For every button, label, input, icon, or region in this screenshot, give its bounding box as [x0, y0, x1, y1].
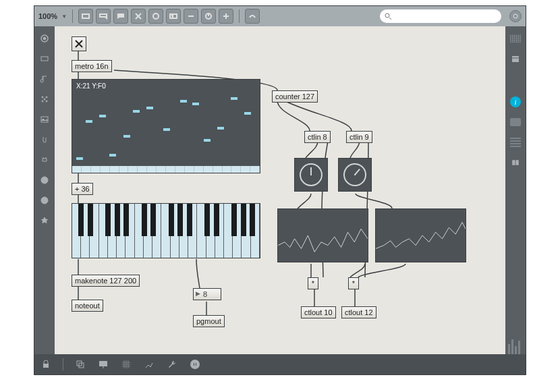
- svg-point-16: [42, 101, 43, 102]
- metro-object[interactable]: metro 16n: [72, 60, 112, 72]
- ctlin9-object[interactable]: ctlin 9: [346, 131, 372, 143]
- svg-line-9: [389, 18, 391, 20]
- number-icon[interactable]: [166, 9, 181, 24]
- svg-rect-31: [99, 361, 107, 366]
- dots-icon[interactable]: [39, 94, 50, 105]
- dial-2[interactable]: [338, 158, 372, 192]
- dial-icon[interactable]: [201, 9, 216, 24]
- ctlout10-object[interactable]: ctlout 10: [301, 306, 336, 318]
- zoom-level[interactable]: 100%: [38, 12, 57, 20]
- search-input[interactable]: [395, 12, 497, 20]
- scope-1[interactable]: [277, 208, 368, 262]
- multislider-object[interactable]: X:21 Y:F0: [72, 79, 260, 173]
- noteout-object[interactable]: noteout: [72, 300, 103, 312]
- clip-icon[interactable]: [39, 134, 50, 145]
- svg-rect-28: [43, 364, 49, 368]
- ctlin8-object[interactable]: ctlin 8: [304, 131, 331, 143]
- svg-rect-13: [41, 57, 48, 61]
- object-icon[interactable]: [78, 9, 93, 24]
- add-icon[interactable]: [219, 9, 233, 24]
- svg-text:b: b: [43, 198, 47, 204]
- patch-cables: [55, 26, 505, 354]
- matrix-icon[interactable]: [510, 33, 521, 44]
- toolbar-button-group: [78, 9, 233, 24]
- svg-point-17: [46, 101, 47, 102]
- multiply-1-object[interactable]: *: [308, 277, 318, 289]
- svg-point-14: [42, 96, 43, 98]
- message-icon[interactable]: [96, 9, 111, 24]
- svg-point-12: [43, 37, 46, 40]
- button-icon[interactable]: [148, 9, 163, 24]
- plus36-object[interactable]: + 36: [72, 183, 93, 195]
- makenote-object[interactable]: makenote 127 200: [72, 275, 140, 287]
- image-icon[interactable]: [39, 114, 50, 125]
- toggle-icon[interactable]: [131, 9, 146, 24]
- b-icon[interactable]: b: [39, 195, 50, 206]
- plug-icon[interactable]: [39, 155, 50, 165]
- slider-icon[interactable]: [184, 9, 198, 24]
- info-icon[interactable]: i: [510, 96, 521, 107]
- toggle-object[interactable]: [72, 36, 86, 51]
- svg-point-8: [385, 13, 389, 18]
- svg-point-1: [153, 13, 159, 19]
- audio-meters: [508, 320, 523, 354]
- rect-icon[interactable]: [39, 53, 50, 64]
- numbox-8[interactable]: 8: [193, 288, 221, 300]
- svg-point-15: [46, 96, 47, 98]
- wrench-icon[interactable]: [166, 358, 178, 370]
- multiply-2-object[interactable]: *: [348, 277, 359, 289]
- v-icon[interactable]: v: [39, 175, 50, 186]
- right-sidebar: i: [505, 26, 526, 354]
- counter-object[interactable]: counter 127: [272, 90, 318, 103]
- svg-point-18: [44, 99, 45, 100]
- snap-icon[interactable]: [143, 358, 155, 370]
- pgmout-object[interactable]: pgmout: [193, 315, 225, 327]
- star-icon[interactable]: [39, 215, 50, 226]
- calendar-icon[interactable]: [510, 53, 521, 64]
- search-box[interactable]: [380, 9, 501, 23]
- svg-point-10: [513, 14, 517, 18]
- bottom-toolbar: [34, 354, 526, 374]
- list-icon[interactable]: [510, 137, 521, 148]
- comment-icon[interactable]: [113, 9, 128, 24]
- copy-icon[interactable]: [74, 358, 86, 370]
- paint-icon[interactable]: [245, 9, 260, 24]
- dial-1[interactable]: [294, 158, 328, 192]
- svg-rect-0: [82, 14, 89, 18]
- left-sidebar: v b: [34, 26, 55, 354]
- multislider-coords: X:21 Y:F0: [76, 82, 106, 90]
- svg-rect-34: [194, 362, 195, 366]
- toolbar-menu-icon[interactable]: [509, 10, 522, 22]
- top-toolbar: 100% ▼: [34, 6, 526, 26]
- kslider-object[interactable]: [72, 203, 260, 258]
- panel-icon[interactable]: [510, 117, 521, 128]
- lock-icon[interactable]: [40, 358, 52, 370]
- pause-icon[interactable]: [189, 358, 201, 370]
- ctlout12-object[interactable]: ctlout 12: [341, 306, 376, 318]
- book-icon[interactable]: [510, 157, 521, 168]
- grid-icon[interactable]: [120, 358, 132, 370]
- app-window: 100% ▼ v b: [34, 5, 526, 375]
- search-icon: [384, 12, 392, 20]
- patcher-canvas[interactable]: metro 16n X:21 Y:F0 + 36: [55, 26, 505, 354]
- svg-rect-35: [196, 362, 197, 366]
- svg-rect-24: [512, 56, 519, 62]
- record-icon[interactable]: [39, 33, 50, 44]
- present-icon[interactable]: [97, 358, 109, 370]
- note-icon[interactable]: [39, 74, 50, 84]
- scope-2[interactable]: [375, 208, 466, 262]
